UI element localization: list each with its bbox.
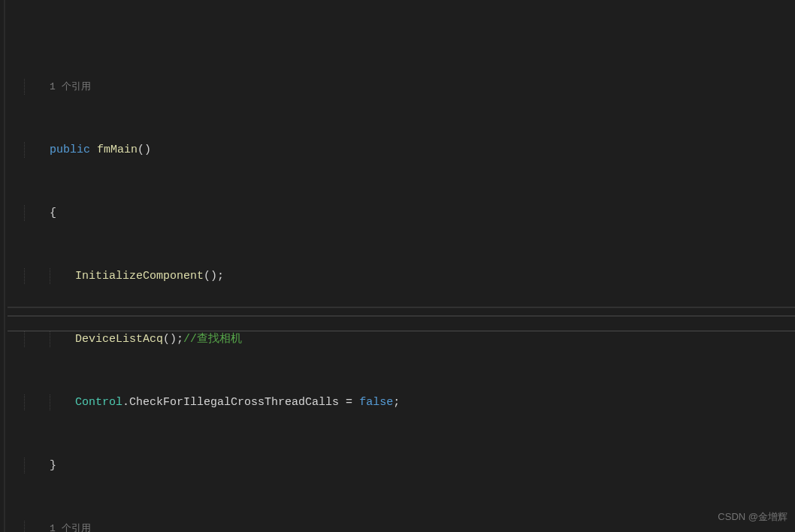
code-line[interactable]: public fmMain() bbox=[24, 142, 795, 158]
code-line[interactable]: } bbox=[24, 458, 795, 473]
code-line[interactable]: InitializeComponent(); bbox=[24, 268, 795, 284]
code-line[interactable]: { bbox=[24, 205, 795, 221]
code-line[interactable]: 1 个引用 bbox=[24, 79, 795, 95]
watermark: CSDN @金增辉 bbox=[718, 509, 787, 524]
gutter bbox=[0, 0, 8, 532]
codelens-ref[interactable]: 1 个引用 bbox=[50, 523, 91, 532]
codelens-ref[interactable]: 1 个引用 bbox=[50, 81, 91, 92]
code-editor[interactable]: 1 个引用 public fmMain() { InitializeCompon… bbox=[0, 0, 795, 532]
code-line[interactable]: Control.CheckForIllegalCrossThreadCalls … bbox=[24, 394, 795, 410]
code-area[interactable]: 1 个引用 public fmMain() { InitializeCompon… bbox=[8, 0, 795, 532]
code-line[interactable]: DeviceListAcq();//查找相机 bbox=[24, 331, 795, 347]
code-line[interactable]: 1 个引用 bbox=[24, 521, 795, 532]
